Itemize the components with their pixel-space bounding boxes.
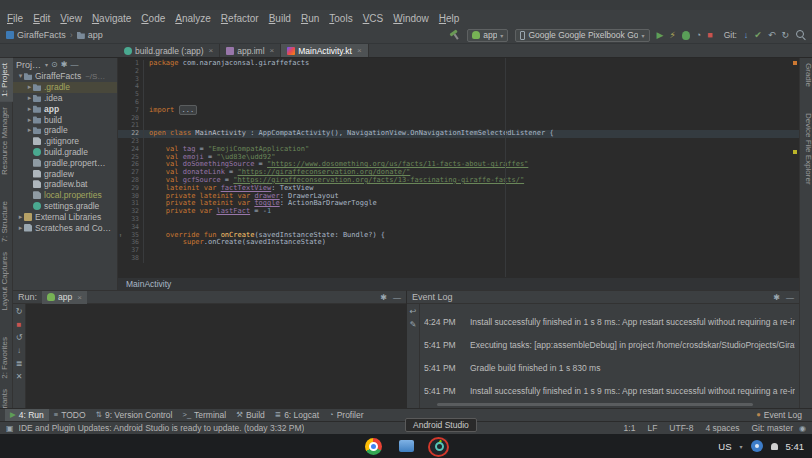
taskbar-chrome-icon[interactable] [364, 437, 382, 455]
status-git-master[interactable]: Git: master [751, 423, 793, 433]
tree-item-gradle[interactable]: ▸gradle [13, 125, 117, 136]
restart-activity-icon[interactable]: ↺ [16, 334, 23, 342]
tree-item-idea[interactable]: ▸.idea [13, 93, 117, 104]
menu-code[interactable]: Code [136, 13, 170, 24]
status-4-spaces[interactable]: 4 spaces [705, 423, 739, 433]
search-everywhere-icon[interactable] [796, 30, 806, 40]
project-pane-title[interactable]: Project [16, 60, 42, 70]
status-utf-8[interactable]: UTF-8 [669, 423, 693, 433]
git-commit-button[interactable]: ✔ [754, 31, 762, 40]
tool-stripe-1-project[interactable]: 1: Project [0, 58, 13, 102]
git-update-button[interactable]: ↓ [744, 31, 749, 40]
tree-item-gradlew-bat[interactable]: gradlew.bat [13, 179, 117, 190]
clear-icon[interactable]: ✕ [16, 373, 23, 381]
status-1-1[interactable]: 1:1 [624, 423, 636, 433]
taskbar-files-icon[interactable] [397, 437, 415, 455]
menu-navigate[interactable]: Navigate [87, 13, 136, 24]
breadcrumb-item[interactable]: MainActivity [126, 279, 171, 289]
tree-item-settings-gradle[interactable]: settings.gradle [13, 201, 117, 212]
hide-panel-icon[interactable]: — [70, 60, 78, 69]
status-lf[interactable]: LF [647, 423, 657, 433]
tool-stripe-2-favorites[interactable]: 2: Favorites [0, 332, 13, 384]
close-tab-icon[interactable]: × [209, 46, 214, 55]
tree-item-gradle-propert[interactable]: gradle.propert… [13, 157, 117, 168]
close-tab-icon[interactable]: × [270, 46, 275, 55]
tree-item-local-properties[interactable]: local.properties [13, 190, 117, 201]
debug-button[interactable] [682, 31, 690, 40]
toolwindow-build[interactable]: ⚒Build [231, 409, 270, 422]
run-tool-icon[interactable]: ▶ [10, 411, 16, 419]
toolwindow-6-logcat[interactable]: ≣6: Logcat [270, 409, 324, 422]
tool-stripe-layout-captures[interactable]: Layout Captures [0, 247, 13, 316]
notifications-icon[interactable]: ◉ [799, 424, 806, 433]
toolwindow-todo[interactable]: ≡TODO [49, 409, 91, 422]
toolwindow-terminal[interactable]: >_Terminal [178, 409, 232, 422]
locate-file-icon[interactable]: ⊙ [51, 60, 58, 69]
tree-item-build-gradle[interactable]: build.gradle [13, 147, 117, 158]
menu-help[interactable]: Help [434, 13, 465, 24]
toolwindow-event-log[interactable]: ●Event Log [751, 409, 807, 422]
rerun-icon[interactable]: ↻ [16, 308, 23, 316]
tool-stripe-resource-manager[interactable]: Resource Manager [0, 102, 13, 180]
breadcrumb-app[interactable]: app [77, 30, 103, 40]
soft-wrap-icon[interactable]: ↩ [410, 308, 417, 316]
bell-icon[interactable] [771, 443, 778, 450]
close-icon[interactable]: × [77, 293, 82, 302]
menu-file[interactable]: File [2, 13, 28, 24]
tool-stripe-device-file-explorer[interactable]: Device File Explorer [800, 108, 812, 190]
status-message[interactable]: IDE and Plugin Updates: Android Studio i… [19, 423, 305, 433]
toolwindow-4-run[interactable]: ▶4: Run [5, 409, 49, 422]
git-revert-button[interactable]: ↶ [768, 31, 776, 40]
run-config-dropdown[interactable]: app ▾ [467, 29, 508, 42]
menu-window[interactable]: Window [388, 13, 434, 24]
tree-item-scratches-and-co[interactable]: ▸Scratches and Co… [13, 222, 117, 233]
run-console[interactable] [26, 304, 406, 408]
breadcrumb-giraffefacts[interactable]: GiraffeFacts [6, 30, 66, 40]
profiler-icon[interactable]: ◔ [329, 411, 334, 419]
todo-icon[interactable]: ≡ [54, 411, 58, 419]
menu-view[interactable]: View [55, 13, 87, 24]
tree-item-gradle[interactable]: ▸.gradle [13, 82, 117, 93]
apply-changes-button[interactable]: ⚡ [669, 31, 675, 40]
horizontal-scrollbar[interactable] [437, 403, 753, 406]
tab-build-gradle-app[interactable]: build.gradle (:app)× [118, 44, 220, 57]
tool-stripe-gradle[interactable]: Gradle [800, 58, 812, 92]
build-tool-icon[interactable]: ⚒ [236, 411, 243, 419]
menu-analyze[interactable]: Analyze [170, 13, 216, 24]
minimize-icon[interactable]: — [786, 293, 794, 302]
minimize-icon[interactable]: — [393, 293, 401, 302]
override-icon[interactable]: ↑ [119, 233, 122, 238]
print-icon[interactable]: ≣ [16, 360, 23, 368]
tree-item-build[interactable]: ▸build [13, 114, 117, 125]
git-history-button[interactable]: ↻ [781, 31, 789, 40]
toolwindow-toggle-icon[interactable]: ▣ [6, 424, 14, 433]
menu-tools[interactable]: Tools [324, 13, 357, 24]
tab-mainactivity-kt[interactable]: MainActivity.kt× [281, 44, 368, 57]
settings-icon[interactable]: ✱ [380, 293, 387, 302]
settings-icon[interactable]: ✱ [773, 293, 780, 302]
stop-icon[interactable]: ■ [17, 321, 22, 329]
menu-build[interactable]: Build [264, 13, 296, 24]
logcat-icon[interactable]: ≣ [275, 411, 281, 419]
tool-stripe-7-structure[interactable]: 7: Structure [0, 196, 13, 247]
terminal-icon[interactable]: >_ [183, 411, 192, 419]
scroll-to-end-icon[interactable]: ↓ [17, 347, 21, 355]
tree-item-giraffefacts[interactable]: ▾GiraffeFacts~/S… [13, 71, 117, 82]
keyboard-layout-label[interactable]: US [718, 441, 731, 452]
tree-item-gitignore[interactable]: .gitignore [13, 136, 117, 147]
tree-item-external-libraries[interactable]: ▸External Libraries [13, 211, 117, 222]
settings-wrench-icon[interactable]: ✎ [410, 321, 417, 329]
toolwindow-9-version-control[interactable]: ⇅9: Version Control [91, 409, 178, 422]
vcs-icon[interactable]: ⇅ [96, 411, 102, 419]
tree-item-app[interactable]: ▸app [13, 103, 117, 114]
tab-app-iml[interactable]: app.iml× [220, 44, 281, 57]
status-badge-icon[interactable] [751, 440, 763, 452]
toolwindow-profiler[interactable]: ◔Profiler [324, 409, 368, 422]
menu-edit[interactable]: Edit [28, 13, 55, 24]
run-button[interactable]: ▶ [657, 31, 664, 40]
settings-icon[interactable]: ✱ [61, 60, 68, 69]
menu-run[interactable]: Run [296, 13, 324, 24]
code-editor[interactable]: 1package com.naranjaconsal.giraffefacts2… [118, 58, 799, 290]
close-tab-icon[interactable]: × [357, 46, 362, 55]
build-hammer-icon[interactable] [448, 28, 462, 42]
